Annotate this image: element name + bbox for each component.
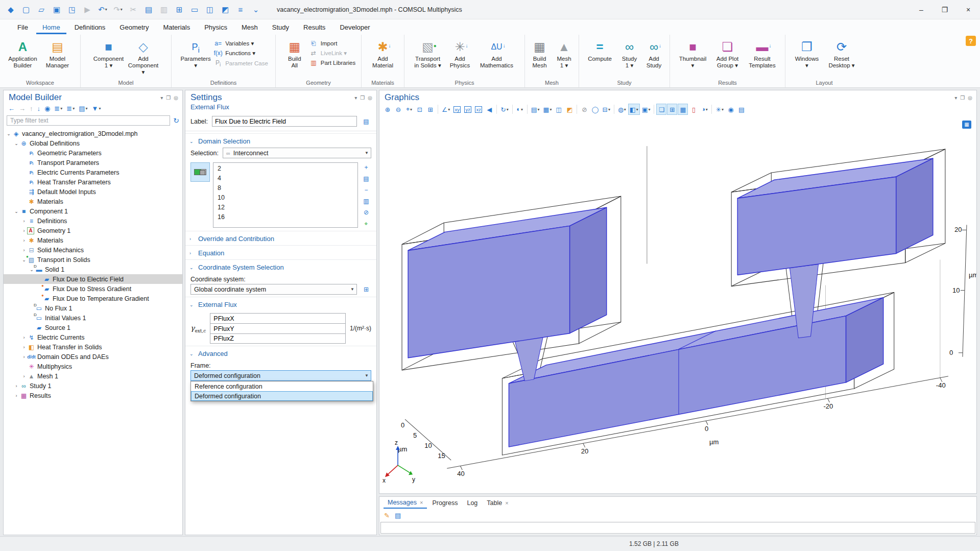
add-material-button[interactable]: ✱↓ Add Material [366, 37, 400, 69]
tree-item-electric-currents[interactable]: ›↯Electric Currents [4, 332, 182, 342]
tree-item-transport-parameters[interactable]: PᵢTransport Parameters [4, 158, 182, 167]
tree-item-mesh-1[interactable]: ›▲Mesh 1 [4, 371, 182, 381]
tree-item-geometric-parameters[interactable]: PᵢGeometric Parameters [4, 148, 182, 158]
tree-item-heat-transfer-in-solids[interactable]: ›◧Heat Transfer in Solids [4, 342, 182, 352]
copy-icon[interactable]: ▤ [141, 3, 156, 17]
copy-log-button[interactable]: ▤ [393, 511, 402, 520]
clear-log-button[interactable]: ✎ [383, 511, 391, 520]
tab-log[interactable]: Log [463, 498, 482, 508]
float-panel-icon[interactable]: ❐ [166, 95, 171, 101]
domain-item-16[interactable]: 16 [213, 212, 357, 222]
go-to-default-view-button[interactable]: ◀ [484, 104, 494, 115]
variables-button[interactable]: a= Variables ▾ [213, 40, 268, 47]
tree-expander[interactable]: › [21, 335, 27, 340]
expand-all-button[interactable]: ≣▾ [53, 104, 64, 113]
build-mesh-button[interactable]: ▦ Build Mesh [528, 37, 552, 69]
model-manager-button[interactable]: ▤ Model Manager [41, 37, 75, 69]
domain-item-8[interactable]: 8 [213, 183, 357, 193]
domain-item-2[interactable]: 2 [213, 163, 357, 173]
tree-item-solid-mechanics[interactable]: ›⊟Solid Mechanics [4, 245, 182, 255]
tree-expander[interactable]: ⌄ [13, 141, 19, 146]
filter-refresh-icon[interactable]: ↻ [173, 116, 179, 125]
parameters-button[interactable]: Pi Parameters ▾ [179, 37, 212, 69]
active-toggle-button[interactable] [190, 162, 210, 182]
menu-file[interactable]: File [11, 20, 34, 34]
tree-expander[interactable]: › [13, 384, 19, 389]
add-physics-button[interactable]: ✳↓ Add Physics [446, 37, 474, 69]
toolbar-overflow-icon[interactable]: ⌄ [248, 3, 264, 17]
clear-selection-icon[interactable]: ⊘ [361, 207, 371, 218]
component-button[interactable]: ■ Component 1 ▾ [92, 37, 126, 69]
find-icon[interactable]: ≡ [233, 3, 248, 17]
snapshot-button[interactable]: ◉ [726, 104, 736, 115]
tree-item-flux-temperature-gradient[interactable]: ▰●Flux Due to Temperature Gradient [4, 294, 182, 303]
minimize-button[interactable]: – [910, 0, 933, 19]
nav-back-button[interactable]: ← [7, 104, 16, 113]
tree-item-global-definitions[interactable]: ⌄⊕Global Definitions [4, 138, 182, 148]
tree-item-materials-global[interactable]: ✱Materials [4, 197, 182, 206]
clipping-button[interactable]: ⊟▾ [601, 104, 612, 115]
filter-button[interactable]: ▼▾ [90, 104, 103, 113]
tree-item-materials[interactable]: ›✱Materials [4, 235, 182, 245]
view-xy-button[interactable]: xy [452, 104, 462, 115]
tree-item-root[interactable]: ⌄◈vacancy_electromigration_3Dmodel.mph [4, 129, 182, 138]
paste-selection-icon[interactable]: ▥ [361, 196, 371, 206]
copy-selection-icon[interactable]: ▤ [361, 174, 371, 184]
menu-study[interactable]: Study [266, 20, 295, 34]
close-tab-icon[interactable]: × [420, 499, 423, 506]
color-legend-button[interactable]: ◑▾ [699, 104, 709, 115]
tree-item-domain-odes-and-daes[interactable]: ›d/dtDomain ODEs and DAEs [4, 352, 182, 362]
show-toggle-button[interactable]: ◉ [43, 104, 52, 113]
menu-physics[interactable]: Physics [198, 20, 233, 34]
close-tab-icon[interactable]: × [505, 500, 508, 506]
tree-item-electric-currents-parameters[interactable]: PᵢElectric Currents Parameters [4, 167, 182, 177]
panel-menu-icon[interactable]: ▾ [160, 95, 163, 101]
tree-item-component-1[interactable]: ⌄■Component 1 [4, 206, 182, 216]
tree-expander[interactable]: ⌄ [13, 209, 19, 214]
new-file-icon[interactable]: ▢ [18, 3, 34, 17]
menu-definitions[interactable]: Definitions [68, 20, 112, 34]
image-settings-button[interactable]: ▦▾ [542, 104, 554, 115]
tab-table[interactable]: Table× [483, 498, 512, 508]
zoom-to-selection-button[interactable]: ⊞ [425, 104, 436, 115]
tree-item-solid-1[interactable]: ⌄▬DSolid 1 [4, 265, 182, 274]
select-box-icon[interactable]: ◫ [202, 3, 218, 17]
paste-icon[interactable]: ▥ [156, 3, 172, 17]
graphics-menu-icon[interactable]: ▾ [954, 95, 957, 101]
maximize-button[interactable]: ❐ [933, 0, 957, 19]
reset-desktop-button[interactable]: ⟳ Reset Desktop ▾ [825, 37, 858, 69]
select-box-button[interactable]: ◫ [554, 104, 564, 115]
domain-list[interactable]: 248101216 [213, 162, 358, 228]
run-icon[interactable]: ▶ [80, 3, 95, 17]
mesh-1-button[interactable]: ▲ Mesh 1 ▾ [553, 37, 576, 69]
transport-in-solids-button[interactable]: ▧● Transport in Solids ▾ [411, 37, 445, 69]
undo-icon[interactable]: ↶▾ [95, 3, 110, 17]
remove-domain-icon[interactable]: − [361, 185, 371, 195]
save-icon[interactable]: ▣ [49, 3, 64, 17]
close-button[interactable]: × [957, 0, 980, 19]
move-down-button[interactable]: ↓ [36, 104, 42, 113]
tree-expander[interactable]: › [21, 228, 27, 233]
cut-icon[interactable]: ✂ [126, 3, 141, 17]
parameter-case-button[interactable]: Pi Parameter Case [213, 59, 268, 67]
frame-option-1[interactable]: Reference configuration [191, 381, 373, 391]
flux-x-input[interactable] [210, 313, 346, 323]
redo-icon[interactable]: ↷▾ [110, 3, 126, 17]
tree-expander[interactable]: ⌄ [6, 131, 12, 136]
help-button[interactable]: ? [966, 36, 976, 46]
livelink-button[interactable]: ⇄ LiveLink ▾ [309, 50, 355, 57]
tab-progress[interactable]: Progress [428, 498, 462, 508]
graphics-float-icon[interactable]: ❐ [960, 95, 965, 101]
section-domain-selection[interactable]: ⌄Domain Selection [185, 133, 376, 148]
windows-button[interactable]: ❐ Windows ▾ [790, 37, 824, 69]
menu-home[interactable]: Home [36, 20, 66, 34]
go-to-view-button[interactable]: ∠▾ [440, 104, 451, 115]
tree-item-no-flux-1[interactable]: ▭DNo Flux 1 [4, 303, 182, 313]
model-tree-node-text-button[interactable]: ▤▾ [77, 104, 89, 113]
section-override[interactable]: ›Override and Contribution [185, 231, 376, 245]
zoom-to-selection-icon[interactable]: ⌖ [361, 219, 371, 229]
flux-y-input[interactable] [210, 323, 346, 333]
tree-expander[interactable]: › [21, 374, 27, 379]
add-mathematics-button[interactable]: ΔU↓ Add Mathematics [475, 37, 518, 69]
menu-materials[interactable]: Materials [157, 20, 196, 34]
